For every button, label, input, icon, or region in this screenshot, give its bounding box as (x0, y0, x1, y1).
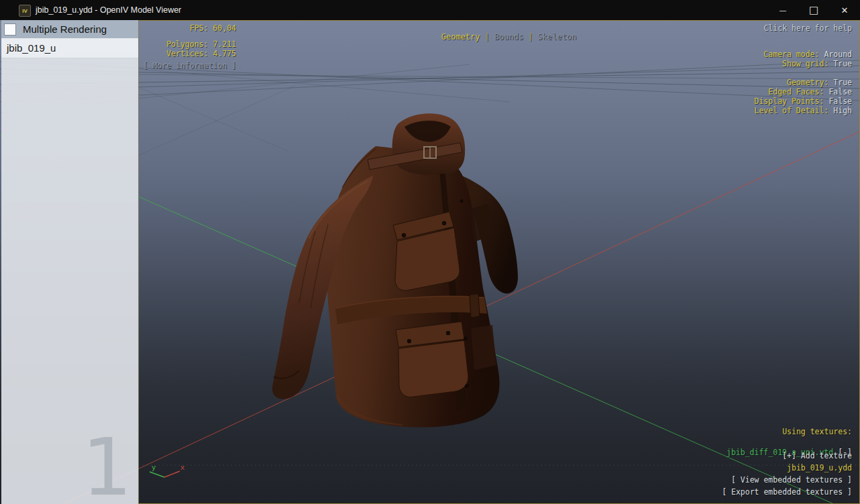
help-link[interactable]: Click here for help (763, 24, 852, 33)
more-information-button[interactable]: [ More information ] (141, 62, 236, 70)
level-of-detail-setting[interactable]: Level of Detail:High (736, 98, 852, 124)
axis-x-label: x (180, 463, 185, 472)
jacket-model (272, 113, 518, 427)
app-icon: IV (19, 5, 31, 17)
tab-bounds[interactable]: Bounds (494, 32, 523, 42)
tab-separator: | (485, 32, 490, 42)
model-list-item-label: jbib_019_u (7, 42, 56, 54)
minimize-button[interactable]: — (767, 0, 798, 20)
close-button[interactable]: ✕ (829, 0, 860, 20)
axis-y-label: y (152, 463, 156, 472)
multiple-rendering-label: Multiple Rendering (23, 23, 107, 35)
app-window: { "window": { "title": "jbib_019_u.ydd -… (0, 0, 860, 504)
window-title: jbib_019_u.ydd - OpenIV Model Viewer (36, 5, 181, 15)
title-bar: IV jbib_019_u.ydd - OpenIV Model Viewer … (0, 0, 860, 20)
export-embedded-textures-button[interactable]: [ Export embedded textures ] (722, 488, 852, 497)
vertices-counter: Vertices: 4.775 (141, 50, 236, 58)
window-controls: — □ ✕ (767, 0, 860, 20)
model-list-sidebar: Multiple Rendering jbib_019_u 1 (1, 20, 139, 504)
render-target-number: 1 (82, 431, 132, 504)
model-list-item[interactable]: jbib_019_u (1, 38, 138, 58)
add-texture-button[interactable]: [+] Add texture (782, 452, 852, 460)
multiple-rendering-row: Multiple Rendering (1, 20, 138, 38)
using-textures-header: Using textures: (782, 428, 852, 436)
sidebar-body: 1 (1, 58, 138, 504)
tab-geometry[interactable]: Geometry (441, 32, 480, 42)
tab-skeleton[interactable]: Skeleton (537, 32, 576, 42)
tab-separator: | (528, 32, 533, 42)
maximize-button[interactable]: □ (798, 0, 829, 20)
view-embedded-textures-button[interactable]: [ View embedded textures ] (731, 476, 852, 485)
multiple-rendering-checkbox[interactable] (4, 23, 16, 36)
model-file-label: jbib_019_u.ydd (787, 464, 852, 472)
